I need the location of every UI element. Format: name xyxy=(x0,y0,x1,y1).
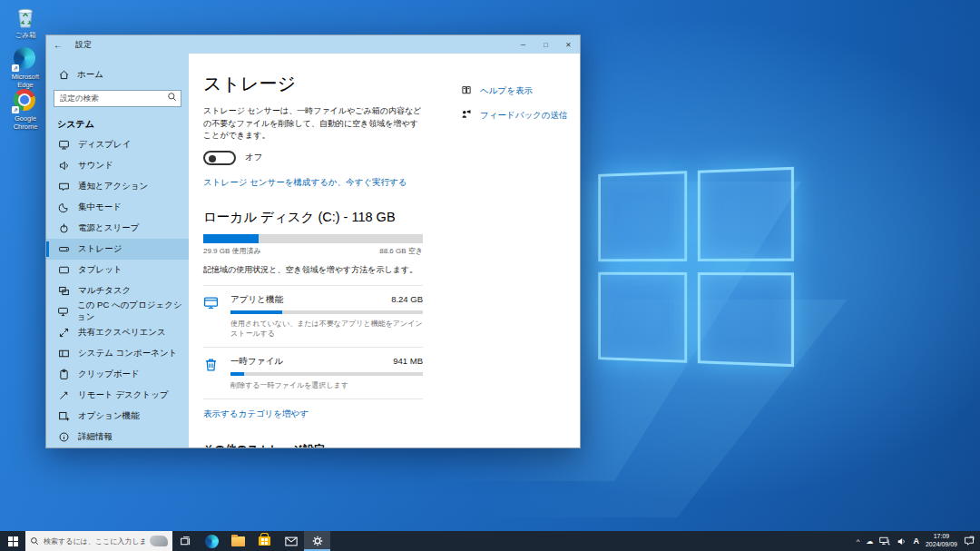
desktop-icon-label: ごみ箱 xyxy=(4,31,47,40)
send-feedback-row[interactable]: フィードバックの送信 xyxy=(461,107,580,123)
onedrive-cloud-icon[interactable]: ☁ xyxy=(866,537,873,546)
close-button[interactable]: ✕ xyxy=(557,35,580,54)
sidebar-item-storage[interactable]: ストレージ xyxy=(46,239,189,260)
feedback-icon xyxy=(461,107,473,123)
taskbar-store-button[interactable] xyxy=(251,531,278,551)
settings-gear-icon xyxy=(311,535,324,547)
mail-icon xyxy=(285,536,298,546)
taskbar-file-explorer-button[interactable] xyxy=(225,531,251,551)
desktop-icon-recycle-bin[interactable]: ごみ箱 xyxy=(4,5,47,40)
show-more-categories-link[interactable]: 表示するカテゴリを増やす xyxy=(203,408,309,420)
remote-desktop-icon xyxy=(57,389,70,401)
back-button[interactable]: ← xyxy=(46,40,70,50)
start-button[interactable] xyxy=(0,531,25,551)
page-title: ストレージ xyxy=(203,72,423,96)
windows-logo-pane xyxy=(598,272,687,363)
titlebar: ← 設定 ─ □ ✕ xyxy=(46,35,580,54)
shortcut-arrow-icon: ↗ xyxy=(12,106,19,113)
sidebar-item-label: ホーム xyxy=(77,69,103,81)
sidebar-item-multitasking[interactable]: マルチタスク xyxy=(46,280,189,301)
sidebar-item-sound[interactable]: サウンド xyxy=(46,155,189,176)
storage-settings-page: ストレージ ストレージ センサーは、一時ファイルやごみ箱の内容などの不要なファイ… xyxy=(189,54,580,448)
maximize-button[interactable]: □ xyxy=(534,35,557,54)
sidebar-item-optional-features[interactable]: オプション機能 xyxy=(46,406,189,427)
sidebar-item-home[interactable]: ホーム xyxy=(46,64,189,84)
taskbar-search[interactable] xyxy=(25,531,172,551)
sidebar-item-label: マルチタスク xyxy=(78,285,131,297)
sidebar-item-tablet[interactable]: タブレット xyxy=(46,260,189,280)
task-view-icon xyxy=(180,536,191,547)
windows-logo-pane xyxy=(698,167,794,261)
sidebar-item-label: タブレット xyxy=(78,264,122,276)
sidebar-item-remote-desktop[interactable]: リモート デスクトップ xyxy=(46,385,189,406)
sidebar-item-shared-experiences[interactable]: 共有エクスペリエンス xyxy=(46,322,189,343)
show-hidden-icons-button[interactable]: ^ xyxy=(857,537,860,546)
network-icon[interactable] xyxy=(879,536,890,546)
desktop-icon-edge[interactable]: ↗ Microsoft Edge xyxy=(4,47,47,89)
power-icon xyxy=(57,222,70,234)
sidebar-item-label: オプション機能 xyxy=(78,410,140,422)
chrome-icon: ↗ xyxy=(14,89,37,113)
get-help-row[interactable]: ヘルプを表示 xyxy=(461,83,580,99)
desktop-icon-chrome[interactable]: ↗ Google Chrome xyxy=(4,89,47,131)
sidebar-item-about[interactable]: 詳細情報 xyxy=(46,427,189,448)
taskbar-clock[interactable]: 17:09 2024/09/09 xyxy=(926,533,957,549)
home-icon xyxy=(57,69,70,81)
sidebar-item-label: この PC へのプロジェクション xyxy=(77,300,189,323)
storage-icon xyxy=(57,243,70,255)
volume-icon[interactable] xyxy=(897,536,906,546)
search-icon xyxy=(167,92,177,102)
taskbar-settings-button[interactable] xyxy=(304,531,330,551)
sound-icon xyxy=(57,160,70,172)
storage-sense-toggle[interactable] xyxy=(203,151,236,165)
edge-icon xyxy=(205,535,219,548)
other-storage-settings-title: その他のストレージ設定 xyxy=(203,442,423,448)
notifications-icon xyxy=(57,181,70,192)
clipboard-icon xyxy=(57,369,70,380)
storage-sense-description: ストレージ センサーは、一時ファイルやごみ箱の内容などの不要なファイルを削除して… xyxy=(203,105,423,143)
sidebar-section-system: システム xyxy=(46,109,189,134)
focus-assist-icon xyxy=(57,202,70,213)
sidebar-item-display[interactable]: ディスプレイ xyxy=(46,134,189,155)
settings-search-input[interactable] xyxy=(54,90,181,107)
windows-logo-pane xyxy=(598,171,687,261)
edge-icon: ↗ xyxy=(14,47,37,71)
get-help-link[interactable]: ヘルプを表示 xyxy=(480,85,533,97)
taskbar: ^ ☁ A 17:09 2024/09/09 xyxy=(0,531,980,551)
category-row-temporary-files[interactable]: 一時ファイル 941 MB 削除する一時ファイルを選択します xyxy=(203,347,423,398)
taskbar-edge-button[interactable] xyxy=(199,531,225,551)
sidebar-item-focus-assist[interactable]: 集中モード xyxy=(46,197,189,218)
action-center-button[interactable] xyxy=(964,536,975,546)
sidebar-item-system-components[interactable]: システム コンポーネント xyxy=(46,343,189,364)
toggle-state-label: オフ xyxy=(245,152,262,163)
category-row-apps-features[interactable]: アプリと機能 8.24 GB 使用されていない、または不要なアプリと機能をアンイ… xyxy=(203,285,423,347)
settings-window: ← 設定 ─ □ ✕ ホーム xyxy=(45,34,581,448)
sidebar-item-projecting[interactable]: この PC へのプロジェクション xyxy=(46,301,189,322)
microsoft-store-icon xyxy=(259,536,270,546)
sidebar-item-label: サウンド xyxy=(78,160,113,172)
shortcut-arrow-icon: ↗ xyxy=(12,64,19,72)
projection-icon xyxy=(57,306,69,318)
multitasking-icon xyxy=(57,285,70,297)
optional-features-icon xyxy=(57,410,70,422)
sidebar-item-power-sleep[interactable]: 電源とスリープ xyxy=(46,218,189,239)
sidebar-item-label: クリップボード xyxy=(78,369,140,380)
taskbar-search-input[interactable] xyxy=(44,537,145,546)
sidebar-item-label: 電源とスリープ xyxy=(78,222,139,234)
sidebar-item-clipboard[interactable]: クリップボード xyxy=(46,364,189,385)
send-feedback-link[interactable]: フィードバックの送信 xyxy=(480,110,568,122)
taskbar-mail-button[interactable] xyxy=(278,531,304,551)
sidebar-item-notifications[interactable]: 通知とアクション xyxy=(46,176,189,197)
apps-features-icon xyxy=(203,294,221,339)
disk-title: ローカル ディスク (C:) - 118 GB xyxy=(203,209,423,226)
task-view-button[interactable] xyxy=(172,531,199,551)
desktop-icon-label: Microsoft Edge xyxy=(4,73,47,89)
configure-storage-sense-link[interactable]: ストレージ センサーを構成するか、今すぐ実行する xyxy=(203,177,407,189)
minimize-button[interactable]: ─ xyxy=(512,35,534,54)
disk-usage-fill xyxy=(203,234,259,243)
search-icon xyxy=(30,533,39,549)
disk-usage-hint: 記憶域の使用状況と、空き領域を増やす方法を示します。 xyxy=(203,264,423,276)
ime-mode-indicator[interactable]: A xyxy=(913,536,919,546)
disk-free-label: 88.6 GB 空き xyxy=(379,246,423,256)
temporary-files-icon xyxy=(203,356,221,390)
